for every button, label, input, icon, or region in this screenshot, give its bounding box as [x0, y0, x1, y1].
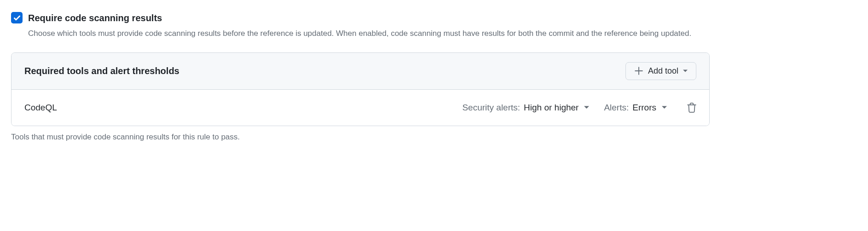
tool-name: CodeQL [24, 103, 57, 113]
security-alerts-dropdown[interactable]: Security alerts: High or higher [462, 103, 589, 113]
add-tool-button[interactable]: Add tool [625, 62, 696, 80]
alerts-value: Errors [632, 103, 656, 113]
trash-icon [687, 103, 696, 113]
rule-title: Require code scanning results [28, 11, 162, 25]
rule-container: Require code scanning results Choose whi… [11, 11, 710, 142]
panel-header: Required tools and alert thresholds Add … [12, 53, 709, 90]
caret-down-icon [584, 105, 589, 110]
alerts-dropdown[interactable]: Alerts: Errors [604, 103, 667, 113]
require-code-scanning-checkbox[interactable] [11, 12, 23, 23]
delete-tool-button[interactable] [687, 103, 696, 113]
row-controls: Security alerts: High or higher Alerts: … [462, 103, 696, 113]
add-tool-label: Add tool [648, 66, 678, 76]
rule-header: Require code scanning results [11, 11, 710, 25]
footer-text: Tools that must provide code scanning re… [11, 133, 710, 142]
security-alerts-label: Security alerts: [462, 103, 520, 113]
panel-title: Required tools and alert thresholds [24, 66, 179, 76]
rule-description: Choose which tools must provide code sca… [28, 28, 710, 40]
tool-row: CodeQL Security alerts: High or higher A… [12, 90, 709, 126]
caret-down-icon [683, 69, 688, 73]
rule-heading-block: Require code scanning results [28, 11, 162, 25]
security-alerts-value: High or higher [524, 103, 579, 113]
tools-panel: Required tools and alert thresholds Add … [11, 52, 710, 126]
caret-down-icon [662, 105, 667, 110]
plus-icon [634, 66, 643, 75]
check-icon [13, 14, 21, 22]
alerts-label: Alerts: [604, 103, 629, 113]
